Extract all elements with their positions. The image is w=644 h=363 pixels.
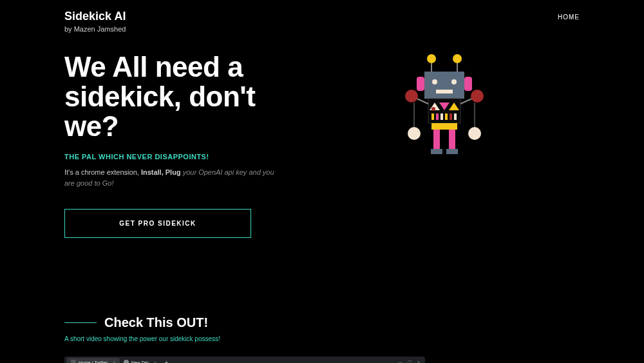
svg-rect-16 xyxy=(436,113,439,120)
divider-line xyxy=(64,322,97,323)
svg-point-24 xyxy=(471,90,484,103)
tab-label: New Tab xyxy=(131,360,149,363)
desc-emphasis: Install, Plug xyxy=(139,168,183,176)
site-title: Sidekick AI xyxy=(64,10,126,24)
svg-rect-29 xyxy=(431,123,457,130)
browser-tab[interactable]: New Tab × xyxy=(120,358,161,363)
svg-point-0 xyxy=(427,54,436,63)
close-icon[interactable]: × xyxy=(417,360,420,363)
svg-rect-19 xyxy=(450,113,452,120)
hero-tagline: THE PAL WHICH NEVER DISAPPOINTS! xyxy=(64,153,283,161)
header: Sidekick AI by Mazen Jamshed HOME xyxy=(64,10,580,52)
site-author: by Mazen Jamshed xyxy=(64,25,126,33)
svg-rect-4 xyxy=(417,77,424,91)
hero-description: It's a chrome extension, Install, Plug y… xyxy=(64,167,283,188)
svg-point-22 xyxy=(405,90,418,103)
video-section: Check This OUT! A short video showing th… xyxy=(64,315,580,363)
svg-rect-20 xyxy=(454,113,457,120)
new-tab-button[interactable]: + xyxy=(164,359,168,363)
minimize-icon[interactable]: — xyxy=(398,360,402,363)
svg-rect-6 xyxy=(424,72,464,99)
twitter-favicon-icon xyxy=(71,360,76,363)
section-title: Check This OUT! xyxy=(104,315,208,330)
svg-point-14 xyxy=(431,107,435,111)
logo-block: Sidekick AI by Mazen Jamshed xyxy=(64,10,126,33)
browser-tab-active[interactable]: Home / Twitter × xyxy=(67,358,120,363)
tab-label: Home / Twitter xyxy=(79,360,108,363)
svg-rect-33 xyxy=(446,149,458,154)
svg-rect-32 xyxy=(431,149,442,154)
svg-rect-9 xyxy=(436,90,453,93)
svg-rect-17 xyxy=(440,113,443,120)
nav-home-link[interactable]: HOME xyxy=(558,14,580,21)
svg-rect-18 xyxy=(445,113,448,120)
svg-rect-31 xyxy=(449,130,455,149)
hero-section: We All need a sidekick, don't we? THE PA… xyxy=(64,52,580,239)
svg-rect-30 xyxy=(433,130,440,149)
get-pro-button[interactable]: GET PRO SIDEKICK xyxy=(64,209,251,238)
hero-illustration-column xyxy=(309,52,580,239)
svg-point-7 xyxy=(432,79,437,84)
svg-point-8 xyxy=(451,79,457,84)
desc-prefix: It's a chrome extension, xyxy=(64,168,139,176)
browser-tab-bar: Home / Twitter × New Tab × + — ▢ × xyxy=(64,357,425,363)
window-controls: — ▢ × xyxy=(398,360,425,363)
svg-rect-5 xyxy=(464,77,472,91)
maximize-icon[interactable]: ▢ xyxy=(408,360,412,363)
hero-text-column: We All need a sidekick, don't we? THE PA… xyxy=(64,52,283,239)
svg-point-1 xyxy=(453,54,462,63)
tab-close-icon[interactable]: × xyxy=(154,360,157,363)
browser-mockup: Home / Twitter × New Tab × + — ▢ × ← xyxy=(64,357,425,363)
section-subtitle: A short video showing the power our side… xyxy=(64,335,580,342)
newtab-favicon-icon xyxy=(124,360,129,363)
section-header: Check This OUT! xyxy=(64,315,580,330)
tab-close-icon[interactable]: × xyxy=(113,360,116,363)
hero-title: We All need a sidekick, don't we? xyxy=(64,52,283,142)
svg-point-26 xyxy=(408,127,421,140)
svg-point-28 xyxy=(468,127,481,140)
svg-rect-15 xyxy=(431,113,434,120)
robot-icon xyxy=(396,52,493,168)
